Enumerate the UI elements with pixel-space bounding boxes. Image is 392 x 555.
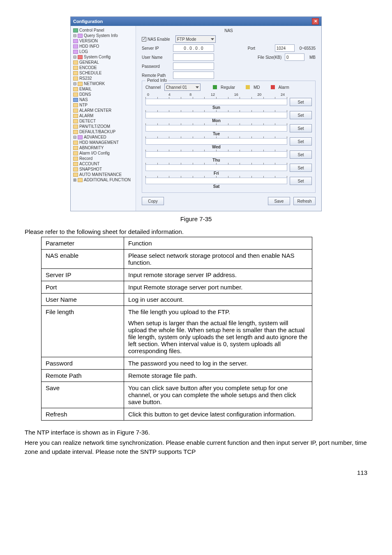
param-name: Remote Path	[42, 370, 124, 382]
save-button[interactable]: Save	[268, 197, 290, 205]
intro-text: Please refer to the following sheet for …	[25, 228, 367, 235]
day-row-tue: Tue Set	[145, 124, 312, 132]
param-name: User Name	[42, 294, 124, 306]
file-size-input[interactable]: 0	[285, 53, 304, 61]
tree-hdd-info[interactable]: HDD INFO	[73, 44, 135, 49]
param-name: Port	[42, 281, 124, 294]
tree-hdd-management[interactable]: HDD MANAGEMENT	[73, 140, 135, 145]
timeline-thu[interactable]: Thu	[145, 151, 287, 158]
nas-enable-checkbox[interactable]: ✓NAS Enable	[142, 37, 173, 42]
close-icon[interactable]: ✕	[312, 18, 319, 25]
tree-general[interactable]: GENERAL	[73, 60, 135, 65]
param-desc: Please select network storage protocol a…	[124, 250, 312, 269]
tree-version[interactable]: VERSION	[73, 38, 135, 44]
tree-ntp[interactable]: NTP	[73, 102, 135, 108]
param-name: Refresh	[42, 408, 124, 421]
tree-system-config[interactable]: ⊟System Config	[73, 54, 135, 60]
set-button-sat[interactable]: Set	[290, 177, 312, 185]
search-icon	[78, 34, 83, 38]
period-title: Period Info	[145, 78, 168, 83]
tree-auto-maintenance[interactable]: AUTO MAINTENANCE	[73, 172, 135, 177]
table-row: Remote PathRemote storage file path.	[42, 370, 312, 382]
tree-record[interactable]: Record	[73, 156, 135, 161]
set-button-tue[interactable]: Set	[290, 124, 312, 132]
tree-schedule[interactable]: SCHEDULE	[73, 70, 135, 76]
tree-network[interactable]: ⊟NETWORK	[73, 81, 135, 86]
user-name-input[interactable]	[173, 53, 214, 61]
chevron-down-icon	[211, 38, 214, 40]
md-label: MD	[254, 85, 260, 90]
channel-select[interactable]: Channel 01	[164, 83, 201, 91]
period-info-group: Period Info Channel Channel 01 Regular M…	[142, 81, 316, 193]
parameter-table: Parameter Function NAS enablePlease sele…	[41, 237, 312, 421]
day-row-sat: Sat Set	[145, 177, 312, 185]
server-ip-label: Server IP	[142, 46, 171, 51]
timeline-wed[interactable]: Wed	[145, 138, 287, 145]
tree-abnormity[interactable]: ABNORMITY	[73, 145, 135, 150]
set-button-wed[interactable]: Set	[290, 137, 312, 146]
channel-label: Channel	[145, 85, 162, 90]
tree-encode[interactable]: ENCODE	[73, 65, 135, 70]
regular-swatch	[213, 85, 217, 89]
tree-ddns[interactable]: DDNS	[73, 92, 135, 97]
tree-detect[interactable]: DETECT	[73, 118, 135, 124]
tree-log[interactable]: LOG	[73, 49, 135, 54]
window-title: Configuration	[73, 19, 103, 24]
copy-button[interactable]: Copy	[142, 197, 164, 205]
timeline-sun[interactable]: Sun	[145, 99, 287, 105]
th-parameter: Parameter	[42, 237, 124, 250]
tree-advanced[interactable]: ⊟ADVANCED	[73, 134, 135, 140]
password-input[interactable]	[173, 62, 214, 70]
tree-alarm-io[interactable]: Alarm I/O Config	[73, 150, 135, 156]
set-button-sun[interactable]: Set	[290, 98, 312, 106]
timeline-fri[interactable]: Fri	[145, 164, 287, 171]
param-desc: Input Remote storage server port number.	[124, 281, 312, 294]
tree-rs232[interactable]: RS232	[73, 76, 135, 81]
param-desc: Input remote storage server IP address.	[124, 269, 312, 281]
tree-email[interactable]: EMAIL	[73, 86, 135, 92]
timeline-tue[interactable]: Tue	[145, 125, 287, 132]
param-desc: Log in user account.	[124, 294, 312, 306]
timeline-mon[interactable]: Mon	[145, 112, 287, 118]
password-label: Password	[142, 64, 171, 69]
tree-account[interactable]: ACCOUNT	[73, 161, 135, 166]
config-screenshot: Configuration ✕ Control Panel ⊟Query Sys…	[70, 16, 322, 211]
param-name: Password	[42, 357, 124, 370]
remote-path-label: Remote Path	[142, 73, 171, 78]
alarm-swatch	[271, 85, 275, 89]
nas-panel: NAS ✓NAS Enable FTP Mode Server IP 0 . 0…	[136, 26, 321, 211]
tree-snapshot[interactable]: SNAPSHOT	[73, 166, 135, 172]
tree-ptz[interactable]: PAN/TILT/ZOOM	[73, 124, 135, 129]
remote-path-input[interactable]	[173, 72, 214, 79]
file-size-unit: MB	[309, 55, 316, 60]
port-input[interactable]: 1024	[275, 44, 295, 52]
set-button-thu[interactable]: Set	[290, 150, 312, 159]
ftp-mode-select[interactable]: FTP Mode	[175, 35, 216, 43]
tree-default-backup[interactable]: DEFAULT/BACKUP	[73, 129, 135, 134]
panel-header: NAS	[142, 28, 316, 33]
paragraph-ntp-2: Here you can realize network time synchr…	[25, 438, 367, 457]
timeline-sat[interactable]: Sat	[145, 178, 287, 184]
tree-query-system-info[interactable]: ⊟Query System Info	[73, 33, 135, 38]
set-button-mon[interactable]: Set	[290, 111, 312, 119]
th-function: Function	[124, 237, 312, 250]
table-row: User NameLog in user account.	[42, 294, 312, 306]
table-row: PortInput Remote storage server port num…	[42, 281, 312, 294]
time-axis: 0 4 8 12 16 20 24	[146, 92, 286, 97]
table-row: File lengthThe file length you upload to…	[42, 306, 312, 357]
tree-nas[interactable]: NAS	[73, 97, 135, 102]
gear-icon	[78, 55, 83, 59]
tree-alarm[interactable]: ALARM	[73, 113, 135, 118]
param-name: NAS enable	[42, 250, 124, 269]
table-row: Server IPInput remote storage server IP …	[42, 269, 312, 281]
set-button-fri[interactable]: Set	[290, 164, 312, 172]
day-row-sun: Sun Set	[145, 98, 312, 106]
figure-caption: Figure 7-35	[25, 215, 367, 222]
refresh-button[interactable]: Refresh	[293, 197, 316, 205]
tree-control-panel[interactable]: Control Panel	[73, 28, 135, 33]
alarm-label: Alarm	[279, 85, 289, 90]
server-ip-input[interactable]: 0 . 0 . 0 . 0	[173, 44, 214, 52]
table-row: RefreshClick this button to get device l…	[42, 408, 312, 421]
tree-additional-function[interactable]: ⊞ADDITIONAL FUNCTION	[73, 177, 135, 183]
tree-alarm-center[interactable]: ALARM CENTER	[73, 108, 135, 113]
